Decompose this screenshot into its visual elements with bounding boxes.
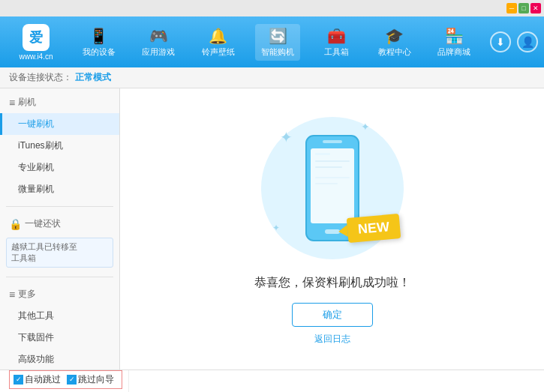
- sidebar-note-jailbreak: 越狱工具已转移至工具箱: [6, 238, 113, 268]
- nav-label-ringtones: 铃声壁纸: [202, 46, 235, 58]
- sidebar-section-flash: ≡ 刷机 一键刷机 iTunes刷机 专业刷机 微量刷机: [0, 88, 119, 203]
- svg-rect-8: [315, 183, 338, 184]
- sidebar-item-advanced[interactable]: 高级功能: [0, 349, 119, 370]
- minimize-button[interactable]: ─: [506, 3, 517, 13]
- status-label: 设备连接状态：: [9, 71, 72, 84]
- sidebar-divider-2: [6, 277, 113, 277]
- nav-item-tools[interactable]: 🧰 工具箱: [315, 24, 357, 61]
- sidebar-section-icon-flash: ≡: [9, 97, 15, 109]
- new-badge: NEW: [346, 214, 401, 243]
- maximize-button[interactable]: □: [518, 3, 529, 13]
- nav-icon-brand-store: 🏪: [445, 27, 464, 45]
- success-text: 恭喜您，保资料刷机成功啦！: [254, 275, 410, 291]
- close-button[interactable]: ✕: [530, 3, 541, 13]
- sidebar-item-one-key-flash[interactable]: 一键刷机: [0, 113, 119, 135]
- sidebar-section-label-restore: 一键还状: [25, 217, 61, 230]
- sidebar-section-more: ≡ 更多 其他工具 下载固件 高级功能: [0, 280, 119, 370]
- svg-rect-2: [325, 229, 340, 234]
- device-left: 自动跳过 跳过向导 📱 iPhone 12 mini 64GB Down-12m…: [9, 370, 129, 392]
- nav-icon-smart-shop: 🔄: [269, 27, 287, 45]
- sidebar-item-micro-flash[interactable]: 微量刷机: [0, 178, 119, 200]
- nav-items: 📱 我的设备 🎮 应用游戏 🔔 铃声壁纸 🔄 智能购机 🧰 工具箱 🎓 教程中心…: [69, 24, 484, 61]
- device-bar: 自动跳过 跳过向导 📱 iPhone 12 mini 64GB Down-12m…: [0, 370, 544, 392]
- sidebar-section-icon-more: ≡: [9, 289, 15, 301]
- nav-item-smart-shop[interactable]: 🔄 智能购机: [255, 24, 300, 61]
- svg-rect-7: [315, 177, 350, 178]
- checkbox-skip-wizard[interactable]: [67, 375, 77, 385]
- nav-icon-my-device: 📱: [89, 27, 108, 45]
- checkbox-item-skip-wizard[interactable]: 跳过向导: [67, 373, 114, 386]
- checkbox-item-auto-skip[interactable]: 自动跳过: [14, 373, 61, 386]
- header: 爱 www.i4.cn 📱 我的设备 🎮 应用游戏 🔔 铃声壁纸 🔄 智能购机 …: [0, 16, 544, 67]
- sidebar-section-icon-restore: 🔒: [9, 218, 22, 230]
- nav-icon-tools: 🧰: [327, 27, 346, 45]
- download-button[interactable]: ⬇: [490, 31, 511, 52]
- sidebar-section-header-more: ≡ 更多: [0, 283, 119, 305]
- sidebar-item-other-tools[interactable]: 其他工具: [0, 305, 119, 327]
- sidebar-section-header-restore: 🔒 一键还状: [0, 213, 119, 235]
- back-link[interactable]: 返回日志: [314, 333, 350, 346]
- nav-label-brand-store: 品牌商城: [437, 46, 470, 58]
- sparkle-2: ✦: [361, 121, 370, 133]
- status-value: 正常模式: [75, 71, 111, 84]
- sidebar-section-restore: 🔒 一键还状 越狱工具已转移至工具箱: [0, 210, 119, 274]
- nav-label-smart-shop: 智能购机: [261, 46, 294, 58]
- phone-illustration: ✦ ✦ ✦ NEW: [257, 113, 407, 263]
- nav-label-tutorials: 教程中心: [378, 46, 411, 58]
- nav-icon-ringtones: 🔔: [209, 27, 227, 45]
- logo[interactable]: 爱 www.i4.cn: [6, 24, 66, 61]
- nav-label-my-device: 我的设备: [83, 46, 116, 58]
- content-area: ✦ ✦ ✦ NEW 恭喜您，保资料刷机: [120, 88, 544, 370]
- logo-text: www.i4.cn: [19, 52, 53, 61]
- svg-rect-3: [323, 140, 342, 143]
- sidebar-section-label-flash: 刷机: [18, 96, 36, 109]
- main-layout: ≡ 刷机 一键刷机 iTunes刷机 专业刷机 微量刷机 🔒 一键还状 越狱工具…: [0, 88, 544, 370]
- title-bar: ─ □ ✕: [0, 0, 544, 16]
- svg-rect-5: [315, 160, 350, 162]
- svg-rect-1: [311, 148, 354, 223]
- nav-right: ⬇ 👤: [490, 31, 538, 52]
- checkbox-label-skip-wizard: 跳过向导: [78, 373, 114, 386]
- nav-icon-apps-games: 🎮: [149, 27, 168, 45]
- confirm-button[interactable]: 确定: [292, 303, 373, 327]
- account-button[interactable]: 👤: [517, 31, 538, 52]
- sidebar-section-label-more: 更多: [18, 288, 36, 301]
- nav-item-apps-games[interactable]: 🎮 应用游戏: [136, 24, 181, 61]
- checkbox-label-auto-skip: 自动跳过: [25, 373, 61, 386]
- nav-item-brand-store[interactable]: 🏪 品牌商城: [431, 24, 476, 61]
- sidebar-divider-1: [6, 206, 113, 207]
- checkbox-section: 自动跳过 跳过向导: [9, 370, 122, 389]
- nav-icon-tutorials: 🎓: [385, 27, 404, 45]
- sidebar-item-itunes-flash[interactable]: iTunes刷机: [0, 135, 119, 157]
- sidebar-item-pro-flash[interactable]: 专业刷机: [0, 157, 119, 178]
- svg-rect-6: [315, 166, 342, 168]
- nav-label-tools: 工具箱: [324, 46, 349, 58]
- sidebar: ≡ 刷机 一键刷机 iTunes刷机 专业刷机 微量刷机 🔒 一键还状 越狱工具…: [0, 88, 120, 370]
- sidebar-item-download-firmware[interactable]: 下载固件: [0, 327, 119, 349]
- status-bar: 设备连接状态： 正常模式: [0, 67, 544, 88]
- svg-rect-4: [315, 153, 330, 155]
- sparkle-3: ✦: [272, 223, 280, 233]
- sidebar-section-header-flash: ≡ 刷机: [0, 91, 119, 113]
- logo-icon: 爱: [23, 24, 50, 51]
- checkbox-auto-skip[interactable]: [14, 375, 23, 385]
- nav-item-my-device[interactable]: 📱 我的设备: [77, 24, 122, 61]
- nav-item-ringtones[interactable]: 🔔 铃声壁纸: [196, 24, 241, 61]
- nav-label-apps-games: 应用游戏: [142, 46, 175, 58]
- nav-item-tutorials[interactable]: 🎓 教程中心: [372, 24, 417, 61]
- sparkle-1: ✦: [280, 128, 293, 146]
